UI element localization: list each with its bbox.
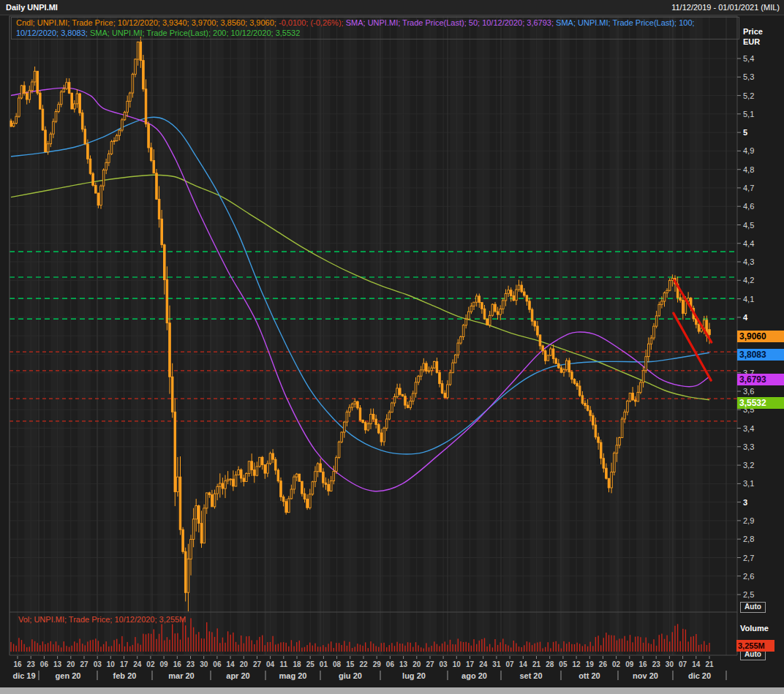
volume-bar — [137, 644, 138, 652]
volume-bar — [244, 644, 244, 652]
day-tick-label: 06 — [213, 660, 222, 668]
candle — [457, 343, 459, 355]
candle — [323, 472, 325, 483]
volume-bar — [452, 644, 453, 652]
volume-bar — [219, 643, 220, 652]
candle — [344, 422, 346, 432]
volume-bar — [460, 641, 461, 652]
candle — [285, 502, 287, 513]
candle — [23, 86, 26, 94]
volume-bar — [468, 643, 469, 652]
volume-bar — [603, 638, 604, 652]
candle — [550, 349, 552, 355]
volume-bar — [265, 645, 265, 652]
volume-bar — [381, 643, 382, 652]
candle — [145, 89, 147, 124]
volume-bar — [590, 642, 591, 652]
day-tick-label: 27 — [253, 660, 262, 668]
month-label: set 20 — [519, 671, 542, 680]
price-autoscale-button[interactable]: Auto — [740, 602, 766, 613]
volume-bar — [29, 646, 30, 652]
day-tick-label: 21 — [705, 660, 714, 668]
candle — [269, 453, 271, 464]
volume-bar — [127, 642, 128, 652]
candle — [441, 384, 443, 393]
legend-sma200-series[interactable]: SMA; UNPI.MI; Trade Price(Last); 200; 10… — [90, 29, 300, 37]
candle — [608, 478, 610, 488]
chart-canvas[interactable]: 5,45,35,25,154,94,84,74,64,54,44,34,24,1… — [0, 0, 784, 687]
candle — [129, 93, 132, 101]
volume-bar — [569, 642, 570, 652]
candle — [222, 483, 224, 489]
day-tick-label: 18 — [293, 660, 301, 668]
volume-bar — [254, 644, 255, 652]
volume-axis-header: Volume — [740, 624, 769, 633]
volume-bar — [426, 643, 426, 652]
candle — [102, 170, 105, 186]
volume-bar — [611, 635, 611, 652]
day-tick-label: 26 — [599, 660, 608, 668]
day-tick-label: 10 — [453, 660, 461, 668]
candle — [92, 173, 94, 185]
volume-bar — [587, 646, 588, 652]
day-tick-label: 23 — [652, 660, 661, 668]
price-axis[interactable]: 5,45,35,25,154,94,84,74,64,54,44,34,24,1… — [737, 54, 754, 599]
volume-bar — [548, 642, 549, 652]
volume-bar — [614, 635, 614, 652]
candle — [240, 469, 242, 478]
legend-sma100-series[interactable]: SMA; UNPI.MI; Trade Price(Last); 100; — [556, 18, 695, 27]
price-tick-label: 2,8 — [743, 535, 754, 543]
volume-bar — [362, 646, 363, 652]
volume-bar — [502, 638, 503, 652]
candle — [116, 135, 118, 140]
volume-bar — [257, 640, 257, 652]
legend-line-2: 10/12/2020; 3,8083; SMA; UNPI.MI; Trade … — [16, 28, 739, 38]
candle — [431, 368, 433, 371]
candle — [127, 101, 129, 112]
candle — [280, 481, 282, 497]
volume-bar — [473, 639, 474, 652]
candle — [621, 419, 623, 438]
candle — [203, 508, 206, 543]
day-tick-label: 17 — [466, 660, 475, 668]
volume-bar — [69, 647, 69, 652]
candle — [362, 420, 364, 422]
candle — [50, 134, 52, 144]
day-tick-label: 14 — [692, 660, 701, 668]
volume-bar — [249, 636, 249, 652]
price-tick-label: 4,5 — [743, 221, 754, 230]
candle — [251, 461, 253, 470]
candle — [475, 296, 478, 302]
volume-bar — [90, 641, 91, 652]
day-tick-label: 02 — [146, 660, 155, 668]
volume-bar — [373, 644, 374, 652]
volume-bar — [481, 639, 482, 652]
volume-bar — [129, 646, 130, 652]
candle — [650, 338, 652, 344]
candle — [629, 393, 631, 401]
candle — [182, 529, 184, 551]
candle — [105, 162, 108, 170]
volume-bar — [339, 643, 339, 652]
volume-bar — [13, 644, 14, 652]
legend-candle-series[interactable]: Cndl; UNPI.MI; Trade Price; 10/12/2020; … — [16, 18, 279, 27]
candle — [542, 346, 544, 351]
volume-bar — [39, 645, 40, 652]
candle — [282, 497, 284, 501]
volume-bar — [95, 638, 96, 652]
candle — [153, 161, 155, 173]
volume-bar — [463, 642, 464, 652]
legend-sma50-series[interactable]: SMA; UNPI.MI; Trade Price(Last); 50; 10/… — [346, 18, 556, 27]
time-axis[interactable]: 1623061320270310172402091623300614202704… — [12, 656, 726, 680]
volume-bar — [217, 628, 218, 652]
volume-legend[interactable]: Vol; UNPI.MI; Trade Price; 10/12/2020; 3… — [18, 615, 186, 624]
month-label: mar 20 — [168, 671, 194, 680]
candle — [578, 386, 581, 396]
candle — [489, 315, 491, 325]
volume-bar — [252, 641, 252, 652]
candle — [235, 475, 237, 486]
legend-sma100-value[interactable]: 10/12/2020; 3,8083; — [16, 29, 90, 37]
volume-bar — [360, 645, 361, 652]
volume-bar — [48, 643, 48, 652]
window-bottom-edge[interactable] — [0, 687, 784, 694]
